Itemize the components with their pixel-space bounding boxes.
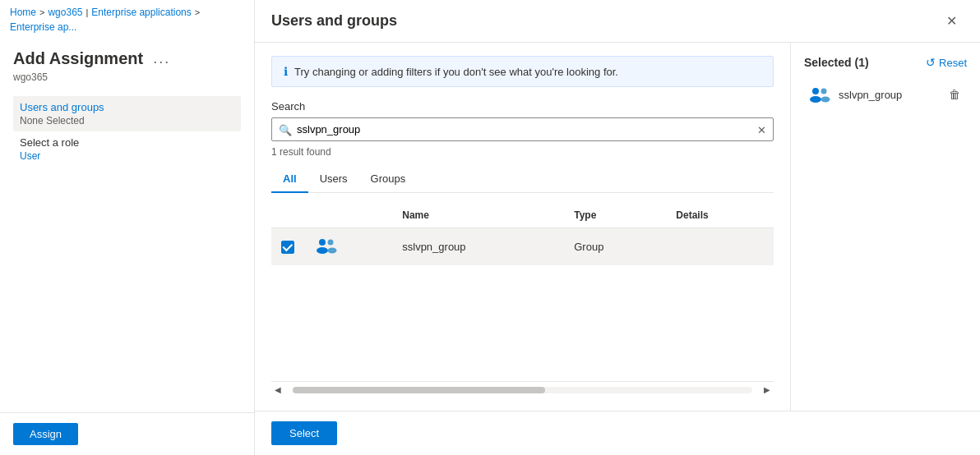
group-icon	[314, 237, 337, 255]
svg-point-6	[821, 89, 827, 94]
reset-button[interactable]: ↺ Reset	[926, 56, 967, 69]
row-details-cell	[666, 228, 774, 266]
col-details: Details	[666, 203, 774, 228]
panel-body: ℹ Try changing or adding filters if you …	[255, 43, 980, 411]
selected-item-name: sslvpn_group	[839, 89, 937, 101]
delete-selected-button[interactable]: 🗑	[945, 86, 964, 103]
right-panel: Users and groups ✕ ℹ Try changing or add…	[255, 0, 980, 455]
info-message: Try changing or adding filters if you do…	[294, 66, 618, 78]
info-bar: ℹ Try changing or adding filters if you …	[271, 56, 774, 87]
svg-point-0	[319, 239, 326, 246]
ellipsis-button[interactable]: ...	[150, 50, 173, 67]
col-icon	[304, 203, 392, 228]
selected-title: Selected (1)	[804, 56, 869, 69]
tab-users[interactable]: Users	[308, 166, 359, 193]
panel-footer: Select	[255, 411, 980, 455]
nav-section: Users and groups None Selected Select a …	[13, 96, 241, 167]
nav-users-groups[interactable]: Users and groups None Selected	[13, 96, 241, 131]
tab-all[interactable]: All	[271, 166, 308, 193]
search-input-wrapper: 🔍 ✕	[271, 117, 774, 141]
breadcrumb-enterprise-apps[interactable]: Enterprise applications	[91, 7, 191, 18]
selected-panel: Selected (1) ↺ Reset sslvpn_group 🗑	[791, 43, 980, 411]
select-button[interactable]: Select	[271, 421, 337, 445]
subtitle: wgo365	[13, 71, 241, 83]
scroll-left-arrow[interactable]: ◀	[271, 385, 284, 394]
search-icon: 🔍	[279, 123, 292, 136]
breadcrumb-tenant[interactable]: wgo365	[48, 7, 82, 18]
svg-point-1	[317, 247, 328, 254]
breadcrumb: Home > wgo365 | Enterprise applications …	[0, 0, 254, 39]
search-input[interactable]	[271, 117, 774, 141]
svg-point-5	[810, 96, 821, 103]
result-count: 1 result found	[271, 146, 774, 158]
col-name: Name	[392, 203, 564, 228]
left-footer: Assign	[0, 412, 254, 455]
row-checkbox-cell[interactable]	[271, 228, 304, 266]
row-checkbox[interactable]	[281, 241, 294, 254]
nav-role-label: Select a role	[20, 136, 234, 149]
nav-users-groups-sublabel: None Selected	[20, 115, 234, 126]
breadcrumb-home[interactable]: Home	[10, 7, 36, 18]
row-type-cell: Group	[564, 228, 666, 266]
breadcrumb-sep1: >	[39, 7, 44, 17]
clear-search-button[interactable]: ✕	[757, 123, 766, 136]
panel-title: Users and groups	[271, 12, 397, 30]
scroll-right-arrow[interactable]: ▶	[760, 385, 774, 394]
selected-item-icon	[807, 85, 830, 103]
left-panel: Home > wgo365 | Enterprise applications …	[0, 0, 255, 455]
col-type: Type	[564, 203, 666, 228]
selected-header: Selected (1) ↺ Reset	[804, 56, 967, 69]
breadcrumb-app[interactable]: Enterprise ap...	[10, 21, 76, 33]
svg-point-7	[821, 97, 830, 103]
results-table: Name Type Details	[271, 203, 774, 265]
svg-point-4	[812, 88, 819, 94]
search-label: Search	[271, 100, 774, 113]
svg-point-3	[328, 248, 337, 254]
search-area: ℹ Try changing or adding filters if you …	[255, 43, 791, 411]
info-icon: ℹ	[284, 65, 288, 78]
table-header: Name Type Details	[271, 203, 774, 228]
row-icon-cell	[304, 228, 392, 266]
reset-icon: ↺	[926, 56, 936, 69]
assign-button[interactable]: Assign	[13, 423, 78, 445]
tabs: All Users Groups	[271, 166, 774, 193]
selected-item: sslvpn_group 🗑	[804, 79, 967, 110]
breadcrumb-sep2: |	[86, 7, 89, 17]
breadcrumb-sep3: >	[195, 7, 200, 17]
tab-groups[interactable]: Groups	[359, 166, 418, 193]
scroll-thumb[interactable]	[293, 387, 545, 393]
close-button[interactable]: ✕	[940, 10, 964, 32]
col-checkbox	[271, 203, 304, 228]
table-row: sslvpn_group Group	[271, 228, 774, 266]
page-title-row: Add Assignment ...	[13, 49, 241, 68]
scrollbar[interactable]: ◀ ▶	[271, 381, 774, 398]
svg-point-2	[328, 240, 334, 246]
page-title: Add Assignment	[13, 49, 143, 68]
nav-role[interactable]: Select a role User	[13, 131, 241, 167]
scroll-track[interactable]	[293, 387, 752, 393]
row-name-cell: sslvpn_group	[392, 228, 564, 266]
reset-label: Reset	[939, 57, 967, 69]
panel-header: Users and groups ✕	[255, 0, 980, 43]
left-content: Add Assignment ... wgo365 Users and grou…	[0, 39, 254, 412]
nav-role-sublabel: User	[20, 150, 234, 162]
nav-users-groups-label: Users and groups	[20, 101, 234, 113]
